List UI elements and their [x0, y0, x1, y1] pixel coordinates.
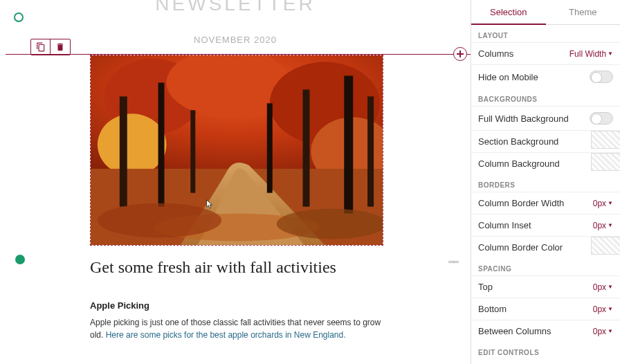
svg-rect-11 — [267, 103, 273, 192]
svg-point-17 — [277, 209, 383, 239]
section-layout: Layout — [471, 25, 620, 42]
chevron-down-icon: ▼ — [608, 284, 613, 290]
chevron-down-icon: ▼ — [608, 306, 613, 312]
row-border-color: Column Border Color — [471, 236, 620, 258]
row-full-width-bg: Full Width Background — [471, 106, 620, 130]
section-bg-label: Section Background — [478, 136, 591, 147]
article-link[interactable]: Here are some picks for the best apple o… — [106, 330, 346, 340]
delete-button[interactable] — [51, 39, 70, 55]
section-bg-swatch[interactable] — [591, 131, 620, 149]
border-width-label: Column Border Width — [478, 198, 593, 208]
row-spacing-top: Top 0px▼ — [471, 275, 620, 298]
svg-rect-9 — [158, 82, 165, 206]
content-column[interactable]: Get some fresh air with fall activities … — [90, 55, 383, 341]
spacing-between-label: Between Columns — [478, 326, 593, 336]
drag-handle-icon[interactable]: ══ — [448, 257, 457, 266]
column-bg-swatch[interactable] — [591, 153, 620, 171]
tab-theme[interactable]: Theme — [546, 0, 621, 25]
image-block[interactable] — [90, 55, 383, 246]
spacing-bottom-value[interactable]: 0px▼ — [593, 304, 613, 314]
section-edit-controls: Edit Controls — [471, 342, 620, 359]
svg-rect-8 — [120, 96, 127, 206]
border-color-label: Column Border Color — [478, 242, 591, 253]
status-indicator-top[interactable] — [14, 12, 24, 22]
svg-rect-13 — [344, 76, 353, 214]
duplicate-button[interactable] — [31, 39, 51, 55]
row-spacing-between: Between Columns 0px▼ — [471, 320, 620, 342]
properties-panel: Selection Theme Layout Columns Full Widt… — [471, 0, 620, 364]
spacing-bottom-label: Bottom — [478, 304, 593, 314]
row-hide-mobile: Hide on Mobile — [471, 64, 620, 89]
section-spacing: Spacing — [471, 258, 620, 275]
trash-icon — [55, 42, 65, 52]
row-inset: Column Inset 0px▼ — [471, 214, 620, 236]
spacing-top-value[interactable]: 0px▼ — [593, 282, 613, 292]
svg-point-5 — [98, 113, 167, 176]
article-body[interactable]: Apple picking is just one of those class… — [90, 316, 383, 341]
row-column-bg: Column Background — [471, 152, 620, 174]
newsletter-title: NEWSLETTER — [0, 0, 471, 15]
add-section-button[interactable] — [453, 47, 467, 61]
columns-label: Columns — [478, 48, 569, 59]
chevron-down-icon: ▼ — [608, 51, 613, 57]
chevron-down-icon: ▼ — [608, 200, 613, 206]
svg-rect-14 — [367, 96, 374, 206]
chevron-down-icon: ▼ — [608, 222, 613, 228]
duplicate-icon — [36, 42, 46, 52]
row-border-width: Column Border Width 0px▼ — [471, 192, 620, 214]
status-indicator-selected[interactable] — [15, 255, 25, 264]
cursor-icon — [205, 199, 215, 209]
column-bg-label: Column Background — [478, 158, 591, 169]
section-borders: Borders — [471, 174, 620, 192]
spacing-between-value[interactable]: 0px▼ — [593, 327, 613, 336]
hide-mobile-label: Hide on Mobile — [478, 72, 590, 82]
selection-toolbar — [30, 39, 71, 55]
svg-point-16 — [98, 203, 221, 238]
inset-value[interactable]: 0px▼ — [593, 221, 613, 230]
chevron-down-icon: ▼ — [608, 328, 613, 334]
row-spacing-bottom: Bottom 0px▼ — [471, 298, 620, 320]
article-subtitle[interactable]: Apple Picking — [90, 300, 383, 311]
tab-selection[interactable]: Selection — [471, 0, 546, 25]
svg-rect-10 — [190, 110, 195, 192]
spacing-top-label: Top — [478, 282, 593, 292]
full-width-bg-toggle[interactable] — [590, 112, 613, 125]
svg-rect-12 — [303, 89, 310, 206]
row-columns: Columns Full Width▼ — [471, 42, 620, 64]
panel-tabs: Selection Theme — [471, 0, 620, 25]
columns-value[interactable]: Full Width▼ — [569, 49, 613, 59]
hide-mobile-toggle[interactable] — [590, 71, 613, 83]
full-width-bg-label: Full Width Background — [478, 113, 590, 124]
newsletter-date: NOVEMBER 2020 — [0, 35, 471, 45]
plus-icon — [457, 51, 464, 57]
section-backgrounds: Backgrounds — [471, 89, 620, 106]
editor-canvas: NEWSLETTER NOVEMBER 2020 — [0, 0, 471, 364]
border-width-value[interactable]: 0px▼ — [593, 199, 613, 208]
article-title[interactable]: Get some fresh air with fall activities — [90, 258, 383, 277]
autumn-image — [91, 55, 383, 245]
panel-scroll[interactable]: Layout Columns Full Width▼ Hide on Mobil… — [471, 25, 620, 364]
border-color-swatch[interactable] — [591, 237, 620, 255]
inset-label: Column Inset — [478, 220, 593, 230]
row-section-bg: Section Background — [471, 130, 620, 152]
